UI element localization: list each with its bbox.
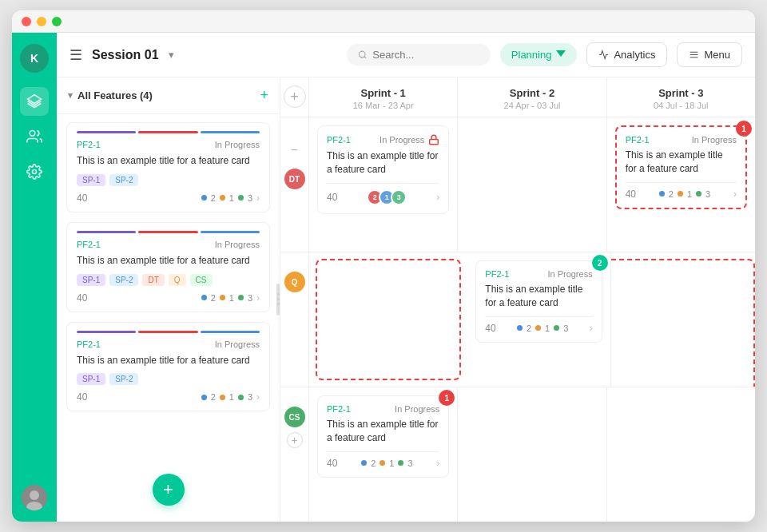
row1-col3: 1 PF2-1 In Progress This is an example t…	[607, 117, 755, 252]
color-seg	[138, 131, 197, 133]
left-panel-content: PF2-1 In Progress This is an example tit…	[57, 114, 280, 522]
card-chevron[interactable]: ›	[256, 193, 260, 204]
card-id: PF2-1	[77, 240, 101, 249]
minimize-dot[interactable]	[37, 17, 46, 26]
analytics-label: Analytics	[614, 49, 655, 61]
tag-sp1[interactable]: SP-1	[77, 274, 105, 286]
sprint-card-r2c2: 2 PF2-1 In Progress This is an example t…	[475, 260, 602, 343]
tag-sp1[interactable]: SP-1	[77, 174, 105, 186]
row-label-q: Q	[280, 252, 309, 387]
sidebar-avatar[interactable]: K	[20, 44, 49, 73]
row-avatar-q: Q	[284, 272, 305, 292]
color-seg	[138, 231, 197, 233]
row1-col2	[458, 117, 606, 252]
card-tags: SP-1 SP-2 DT Q CS	[77, 274, 260, 286]
row3-col1: 1 PF2-1 In Progress This is an example t…	[309, 387, 458, 522]
topbar-menu-icon[interactable]: ☰	[70, 46, 82, 64]
dot-b	[517, 325, 523, 331]
card-chevron[interactable]: ›	[256, 391, 260, 403]
card-footer: 40 2 1 3 ›	[77, 292, 260, 304]
dot-g	[696, 191, 701, 197]
sprint-add-top[interactable]: +	[284, 85, 306, 108]
sc-chevron[interactable]: ›	[590, 323, 593, 334]
svg-point-4	[30, 490, 39, 500]
panel-resize-handle[interactable]	[276, 77, 280, 522]
row-minus-1[interactable]: −	[283, 137, 306, 164]
card-points: 40	[77, 391, 87, 403]
row-avatar-cs: CS	[284, 407, 305, 427]
planning-button[interactable]: Planning	[500, 43, 578, 66]
dot-blue	[201, 195, 207, 200]
avatar-3: 3	[391, 189, 407, 205]
card-tags: SP-1 SP-2	[77, 373, 260, 385]
sprint-name-3: Sprint - 3	[618, 87, 744, 99]
sprint-dates-3: 04 Jul - 18 Jul	[618, 101, 744, 110]
maximize-dot[interactable]	[52, 17, 62, 26]
row3-col2	[458, 387, 606, 522]
dot-b	[361, 460, 367, 466]
tag-sp2[interactable]: SP-2	[109, 174, 138, 186]
row-add-btn[interactable]: +	[287, 432, 303, 448]
sc-status: In Progress	[692, 135, 737, 145]
app-window: K	[12, 10, 755, 522]
sc-id: PF2-1	[626, 135, 650, 145]
row1-col1: PF2-1 In Progress	[309, 117, 458, 252]
sprint-row-2: Q 2 PF2-1	[280, 252, 755, 387]
sc-id: PF2-1	[485, 269, 509, 279]
card-dots: 2 1 3	[517, 324, 568, 333]
sprint-row-1: − DT PF2-1 In	[280, 117, 755, 252]
close-dot[interactable]	[22, 17, 31, 26]
tag-dt[interactable]: DT	[142, 274, 164, 286]
sprint-name-2: Sprint - 2	[469, 87, 594, 99]
sc-header: PF2-1 In Progress	[485, 269, 592, 279]
board-wrapper: ▾ All Features (4) +	[57, 77, 755, 522]
card-points: 40	[77, 292, 87, 304]
card-dots: 2 1 3 ›	[201, 292, 260, 304]
card-id: PF2-1	[77, 140, 101, 149]
menu-button[interactable]: Menu	[677, 42, 742, 67]
row-1-cols: PF2-1 In Progress	[309, 117, 755, 252]
row-2-cols: 2 PF2-1 In Progress This is an example t…	[309, 252, 755, 387]
lock-icon	[428, 134, 439, 145]
tag-cs[interactable]: CS	[190, 274, 213, 286]
color-bar-2	[77, 231, 260, 233]
tag-sp1[interactable]: SP-1	[77, 373, 105, 385]
tag-sp2[interactable]: SP-2	[109, 373, 138, 385]
card-dots: 2 1 3 ›	[201, 193, 260, 204]
sidebar-icon-layers[interactable]	[20, 87, 49, 116]
search-box[interactable]	[347, 44, 491, 66]
row3-col3	[607, 387, 755, 522]
sc-chevron[interactable]: ›	[436, 192, 439, 203]
sidebar-icon-gear[interactable]	[20, 157, 49, 186]
panel-add-icon[interactable]: +	[260, 87, 268, 104]
svg-rect-12	[430, 139, 439, 144]
sc-chevron[interactable]: ›	[436, 458, 439, 469]
analytics-button[interactable]: Analytics	[586, 42, 667, 67]
color-seg	[77, 331, 136, 333]
sprint-dates-2: 24 Apr - 03 Jul	[469, 101, 594, 110]
tag-q[interactable]: Q	[169, 274, 186, 286]
sprint-header-1: Sprint - 1 16 Mar - 23 Apr	[309, 77, 458, 117]
card-id: PF2-1	[77, 339, 101, 349]
menu-label: Menu	[704, 49, 730, 61]
left-panel-header: ▾ All Features (4) +	[57, 77, 280, 114]
user-avatar[interactable]	[22, 485, 47, 510]
tag-sp2[interactable]: SP-2	[109, 274, 138, 286]
sidebar-bottom	[22, 485, 47, 510]
sidebar: K	[12, 33, 57, 522]
dot-g	[554, 325, 559, 331]
row-avatar-dt: DT	[284, 169, 305, 189]
sprint-card-r1c1: PF2-1 In Progress	[317, 125, 449, 214]
svg-point-6	[359, 51, 365, 58]
sidebar-icon-people[interactable]	[20, 122, 49, 151]
search-input[interactable]	[372, 49, 479, 61]
sc-id: PF2-1	[327, 135, 351, 145]
sc-chevron[interactable]: ›	[733, 189, 737, 200]
add-feature-button[interactable]: +	[153, 474, 185, 506]
dot-o	[678, 191, 683, 197]
sprint-name-1: Sprint - 1	[320, 87, 446, 99]
topbar-chevron[interactable]: ▾	[169, 49, 174, 61]
sc-status: In Progress	[395, 404, 439, 414]
card-title: This is an example title for a feature c…	[77, 154, 260, 168]
card-chevron[interactable]: ›	[256, 292, 260, 304]
